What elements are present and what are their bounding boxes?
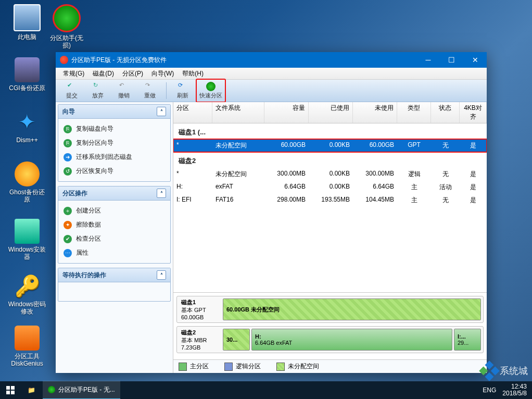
wizard-copy-disk[interactable]: ⎘复制磁盘向导 (60, 122, 168, 136)
pending-panel-header[interactable]: 等待执行的操作˄ (58, 268, 170, 282)
partition-box[interactable]: 30... (223, 329, 250, 351)
op-wipe[interactable]: ✦擦除数据 (60, 218, 168, 232)
toolbar: ✔提交 ↻放弃 ↶撤销 ↷重做 ⟳刷新 快速分区 (56, 80, 487, 102)
ops-panel-header[interactable]: 分区操作˄ (58, 186, 170, 201)
table-row[interactable]: *未分配空间300.00MB0.00KB300.00MB逻辑无是 (173, 168, 487, 181)
copy-part-icon: ⎘ (64, 139, 72, 147)
col-fs[interactable]: 文件系统 (212, 102, 264, 123)
watermark-logo (479, 360, 500, 381)
taskbar-app[interactable]: 分区助手PE版 - 无... (43, 381, 120, 399)
tray-clock[interactable]: 12:432018/5/8 (502, 383, 527, 397)
menu-help[interactable]: 帮助(H) (178, 68, 208, 79)
disk2-visual[interactable]: 磁盘2基本 MBR7.23GB 30...H:6.64GB exFATI:...… (176, 326, 484, 353)
wizard-panel-header[interactable]: 向导˄ (58, 105, 170, 119)
disk-visual-area: 磁盘1基本 GPT60.00GB 60.00GB 未分配空间 磁盘2基本 MBR… (173, 293, 487, 359)
chevron-up-icon[interactable]: ˄ (157, 189, 166, 198)
table-row[interactable]: I: EFIFAT16298.00MB193.55MB104.45MB主无是 (173, 194, 487, 207)
wizard-migrate-ssd[interactable]: ➜迁移系统到固态磁盘 (60, 150, 168, 164)
col-free[interactable]: 未使用 (353, 102, 397, 123)
ops-panel: 分区操作˄ ＋创建分区 ✦擦除数据 ✔检查分区 ⋯属性 (58, 186, 171, 264)
wipe-icon: ✦ (64, 221, 72, 229)
check-part-icon: ✔ (64, 235, 72, 243)
plus-icon: ＋ (64, 207, 72, 215)
main-area: 分区 文件系统 容量 已使用 未使用 类型 状态 4KB对齐 磁盘1 (... … (173, 102, 487, 373)
desktop-icon-partition-assistant[interactable]: 分区助手(无损) (47, 4, 86, 49)
recover-icon: ↺ (64, 167, 72, 176)
op-check[interactable]: ✔检查分区 (60, 232, 168, 246)
menu-general[interactable]: 常规(G) (59, 68, 88, 79)
op-props[interactable]: ⋯属性 (60, 246, 168, 260)
svg-rect-2 (6, 391, 10, 394)
chevron-up-icon[interactable]: ˄ (157, 107, 166, 116)
windows-icon (6, 386, 15, 394)
desktop-icon-cgi-backup[interactable]: CGI备份还原 (7, 57, 47, 92)
desktop-icon-this-pc[interactable]: 此电脑 (7, 4, 47, 41)
wizard-recover-partition[interactable]: ↺分区恢复向导 (60, 164, 168, 178)
props-icon: ⋯ (64, 249, 72, 257)
menu-disk[interactable]: 磁盘(D) (88, 68, 118, 79)
partition-box[interactable]: H:6.64GB exFAT (251, 329, 452, 351)
maximize-button[interactable]: ☐ (440, 52, 463, 68)
legend-logical: 逻辑分区 (224, 362, 261, 371)
migrate-icon: ➜ (64, 153, 72, 161)
taskbar-app-icon (48, 386, 55, 393)
legend-primary: 主分区 (179, 362, 209, 371)
desktop-icon-winpass[interactable]: 🔑Windows密码修改 (7, 273, 47, 315)
desktop-icon-ghost[interactable]: Ghost备份还原 (7, 161, 47, 203)
menu-partition[interactable]: 分区(P) (118, 68, 147, 79)
grid-header: 分区 文件系统 容量 已使用 未使用 类型 状态 4KB对齐 (173, 102, 487, 123)
menu-wizard[interactable]: 向导(W) (147, 68, 178, 79)
discard-button[interactable]: ↻放弃 (85, 81, 111, 101)
app-icon (60, 56, 68, 64)
table-row[interactable]: *未分配空间60.00GB0.00KB60.00GBGPT无是 (173, 139, 487, 152)
partition-grid[interactable]: 磁盘1 (... *未分配空间60.00GB0.00KB60.00GBGPT无是… (173, 123, 487, 293)
taskbar-explorer[interactable]: 📁 (21, 381, 42, 399)
desktop-icon-winstall[interactable]: Windows安装器 (7, 219, 47, 260)
start-button[interactable] (0, 381, 21, 399)
desktop-icon-dism[interactable]: ✦Dism++ (7, 109, 47, 144)
tray-lang[interactable]: ENG (483, 386, 496, 394)
chevron-up-icon[interactable]: ˄ (157, 270, 166, 280)
col-used[interactable]: 已使用 (309, 102, 353, 123)
refresh-icon: ⟳ (178, 82, 187, 91)
disk1-title[interactable]: 磁盘1 (... (173, 123, 487, 139)
wizard-panel: 向导˄ ⎘复制磁盘向导 ⎘复制分区向导 ➜迁移系统到固态磁盘 ↺分区恢复向导 (58, 104, 171, 182)
desktop-icon-diskgenius[interactable]: 分区工具DiskGenius (7, 326, 47, 367)
sidebar: 向导˄ ⎘复制磁盘向导 ⎘复制分区向导 ➜迁移系统到固态磁盘 ↺分区恢复向导 分… (56, 102, 173, 373)
quick-partition-button[interactable]: 快速分区 (196, 79, 226, 103)
undo-button[interactable]: ↶撤销 (111, 81, 137, 101)
redo-icon: ↷ (145, 82, 155, 91)
table-row[interactable]: H:exFAT6.64GB0.00KB6.64GB主活动是 (173, 181, 487, 194)
partition-box[interactable]: 60.00GB 未分配空间 (223, 298, 481, 320)
legend: 主分区 逻辑分区 未分配空间 (173, 359, 487, 373)
disk2-title[interactable]: 磁盘2 (173, 152, 487, 168)
app-window: 分区助手PE版 - 无损分区免费软件 ─ ☐ ✕ 常规(G) 磁盘(D) 分区(… (56, 52, 487, 373)
wizard-copy-partition[interactable]: ⎘复制分区向导 (60, 136, 168, 150)
col-capacity[interactable]: 容量 (264, 102, 309, 123)
svg-rect-3 (11, 391, 15, 394)
col-state[interactable]: 状态 (431, 102, 460, 123)
watermark: 系统城 (482, 364, 528, 378)
svg-rect-1 (11, 386, 15, 390)
undo-icon: ↶ (119, 82, 129, 91)
quick-partition-icon (206, 82, 216, 91)
refresh-button[interactable]: ⟳刷新 (170, 81, 196, 101)
commit-button[interactable]: ✔提交 (59, 81, 85, 101)
partition-box[interactable]: I:...29... (454, 329, 481, 351)
disk1-visual[interactable]: 磁盘1基本 GPT60.00GB 60.00GB 未分配空间 (176, 296, 484, 323)
minimize-button[interactable]: ─ (416, 52, 440, 68)
col-4k[interactable]: 4KB对齐 (460, 102, 487, 123)
legend-unalloc: 未分配空间 (276, 362, 319, 371)
close-button[interactable]: ✕ (463, 52, 487, 68)
check-icon: ✔ (67, 82, 77, 91)
copy-disk-icon: ⎘ (64, 125, 72, 133)
pending-panel: 等待执行的操作˄ (58, 268, 171, 302)
titlebar[interactable]: 分区助手PE版 - 无损分区免费软件 ─ ☐ ✕ (56, 52, 487, 68)
col-partition[interactable]: 分区 (173, 102, 212, 123)
system-tray: ENG 12:432018/5/8 (477, 383, 532, 397)
redo-button[interactable]: ↷重做 (137, 81, 163, 101)
op-create[interactable]: ＋创建分区 (60, 204, 168, 218)
window-title: 分区助手PE版 - 无损分区免费软件 (71, 56, 416, 65)
col-type[interactable]: 类型 (397, 102, 431, 123)
reload-icon: ↻ (93, 82, 103, 91)
